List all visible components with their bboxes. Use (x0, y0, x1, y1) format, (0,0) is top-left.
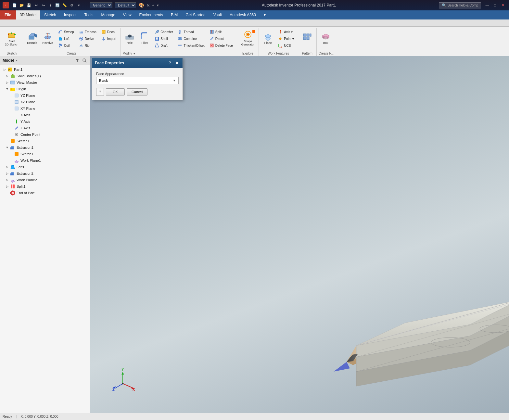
menu-get-started[interactable]: Get Started (182, 10, 209, 19)
fillet-button[interactable]: Fillet (137, 29, 152, 47)
default-dropdown[interactable]: Default (115, 2, 136, 8)
exp-ext2[interactable]: ▷ (5, 172, 9, 175)
axis-button[interactable]: Axis ▾ (276, 29, 296, 35)
tree-part1[interactable]: ▷ P Part1 (0, 66, 90, 73)
chamfer-button[interactable]: Chamfer (152, 29, 175, 35)
tree-solid-bodies[interactable]: ▷ Solid Bodies(1) (0, 73, 90, 79)
menu-environments[interactable]: Environments (135, 10, 167, 19)
tree-split1[interactable]: ▷ Split1 (0, 183, 90, 190)
color-wheel[interactable]: 🎨 (139, 3, 144, 8)
modify-dropdown[interactable]: ▾ (134, 52, 135, 55)
rib-button[interactable]: Rib (77, 42, 98, 49)
expand-solid[interactable]: ▷ (5, 74, 9, 78)
sweep-button[interactable]: Sweep (56, 29, 76, 35)
plane-button[interactable]: Plane (261, 29, 275, 47)
search-bar[interactable]: 🔍 Search Help & Comp (439, 2, 481, 8)
menu-view[interactable]: View (119, 10, 135, 19)
ucs-button[interactable]: UCS (276, 42, 296, 49)
redo-button[interactable]: ↪ (40, 2, 46, 8)
thicken-offset-button[interactable]: Thicken/Offset (175, 42, 206, 49)
close-button[interactable]: ✕ (499, 2, 506, 9)
direct-button[interactable]: Direct (207, 35, 235, 42)
menu-vault[interactable]: Vault (210, 10, 226, 19)
dialog-close-button[interactable]: ✕ (174, 60, 180, 66)
options-button[interactable]: ⚙ (69, 2, 75, 8)
point-button[interactable]: Point ▾ (276, 35, 296, 42)
menu-file[interactable]: File (0, 10, 16, 19)
tree-loft1[interactable]: ▷ Loft1 (0, 164, 90, 170)
tree-end-of-part[interactable]: End of Part (0, 190, 90, 196)
exp-wp2[interactable]: ▷ (5, 178, 9, 182)
derive-button[interactable]: Derive (77, 35, 98, 42)
appearance-dropdown[interactable]: Black ▼ (96, 77, 179, 84)
shell-button[interactable]: Shell (152, 35, 175, 42)
exp-loft1[interactable]: ▷ (5, 165, 9, 169)
generic-dropdown[interactable]: Generic (90, 2, 112, 8)
panel-resize-handle[interactable] (89, 56, 90, 420)
tree-origin[interactable]: ▼ Origin (0, 86, 90, 92)
dialog-help-button[interactable]: ? (96, 88, 104, 96)
emboss-button[interactable]: A Emboss (77, 29, 98, 35)
open-button[interactable]: 📂 (19, 2, 25, 8)
expand-origin[interactable]: ▼ (5, 87, 9, 91)
measure-button[interactable]: 📏 (62, 2, 68, 8)
exp-ext1[interactable]: ▼ (5, 146, 9, 149)
menu-sketch[interactable]: Sketch (40, 10, 60, 19)
tree-y-axis[interactable]: Y Axis (0, 118, 90, 125)
import-button[interactable]: Import (99, 35, 118, 42)
expand-view[interactable]: ▷ (5, 81, 9, 84)
menu-3dmodel[interactable]: 3D Model (16, 10, 40, 19)
start-2d-sketch-button[interactable]: Start2D Sketch (3, 29, 21, 47)
decal-button[interactable]: D Decal (99, 29, 118, 35)
revolve-button[interactable]: Revolve (40, 29, 56, 47)
tree-xz-plane[interactable]: XZ Plane (0, 99, 90, 105)
tree-extrusion1[interactable]: ▼ Extrusion1 (0, 144, 90, 151)
filter-icon[interactable] (74, 57, 80, 63)
thread-button[interactable]: Thread (175, 29, 206, 35)
dialog-help-title-btn[interactable]: ? (167, 60, 173, 66)
dialog-ok-button[interactable]: OK (106, 88, 125, 95)
tree-z-axis[interactable]: Z Axis (0, 125, 90, 131)
viewport[interactable]: Face Properties ? ✕ Face Appearance Blac… (90, 56, 509, 420)
shape-generator-button[interactable]: ShapeGenerator (239, 29, 257, 47)
new-button[interactable]: 📄 (12, 2, 18, 8)
menu-inspect[interactable]: Inspect (60, 10, 81, 19)
menu-manage[interactable]: Manage (97, 10, 119, 19)
tree-x-axis[interactable]: X Axis (0, 112, 90, 118)
tree-work-plane1[interactable]: Work Plane1 (0, 157, 90, 164)
draft-button[interactable]: Draft (152, 42, 175, 49)
loft-button[interactable]: Loft (56, 35, 76, 42)
tree-yz-plane[interactable]: YZ Plane (0, 92, 90, 99)
tree-work-plane2[interactable]: ▷ Work Plane2 (0, 177, 90, 183)
properties-button[interactable]: ℹ (47, 2, 53, 8)
box-button[interactable]: Box (319, 29, 333, 47)
tree-view-master[interactable]: ▷ View: Master (0, 79, 90, 86)
exp-split1[interactable]: ▷ (5, 185, 9, 188)
toolbar-dropdown[interactable]: ▾ (157, 3, 159, 7)
coil-button[interactable]: Coil (56, 42, 76, 49)
tree-sketch1-top[interactable]: Sketch1 (0, 138, 90, 144)
update-button[interactable]: 🔄 (55, 2, 60, 8)
menu-bim[interactable]: BIM (167, 10, 182, 19)
search-tree-icon[interactable] (82, 57, 87, 63)
split-modify-button[interactable]: Split (207, 29, 235, 35)
model-dropdown-arrow[interactable]: ▾ (16, 59, 18, 62)
expand-part1[interactable]: ▷ (3, 68, 6, 71)
tree-xy-plane[interactable]: XY Plane (0, 105, 90, 112)
qa-dropdown-button[interactable]: ▾ (76, 2, 82, 8)
menu-tools[interactable]: Tools (80, 10, 97, 19)
tree-center-point[interactable]: Center Point (0, 131, 90, 138)
delete-face-button[interactable]: Delete Face (207, 42, 235, 49)
menu-more-dropdown[interactable]: ▾ (260, 10, 270, 19)
combine-button[interactable]: Combine (175, 35, 206, 42)
tree-sketch1-ext[interactable]: Sketch1 (0, 151, 90, 157)
dialog-cancel-button[interactable]: Cancel (127, 88, 147, 95)
save-button[interactable]: 💾 (26, 2, 32, 8)
tree-extrusion2[interactable]: ▷ Extrusion2 (0, 170, 90, 177)
menu-a360[interactable]: Autodesk A360 (226, 10, 260, 19)
maximize-button[interactable]: □ (491, 2, 499, 9)
hole-button[interactable]: Hole (122, 29, 137, 47)
pattern-button[interactable] (300, 29, 314, 47)
minimize-button[interactable]: — (484, 2, 491, 9)
undo-button[interactable]: ↩ (33, 2, 39, 8)
